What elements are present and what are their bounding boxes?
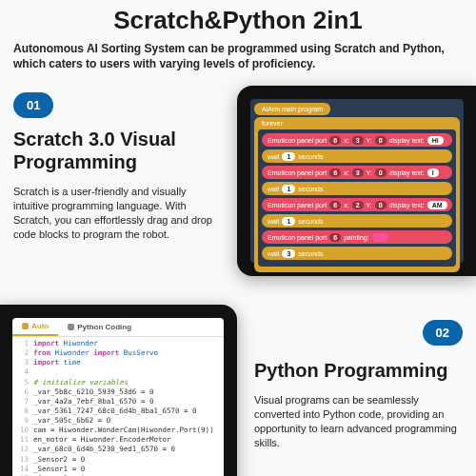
code-line: 8_var_5361_7247_68c0_6d4b_8ba1_6570 = 0 — [16, 407, 220, 416]
tab-python-coding[interactable]: Python Coding — [58, 318, 141, 336]
scratch-block: wait1seconds — [262, 149, 452, 163]
scratch-block: wait1seconds — [262, 214, 452, 228]
scratch-block: Emoticon panel port6painting: — [262, 230, 452, 244]
scratch-block: Emoticon panel port6x:2Y:0display text:A… — [262, 198, 452, 211]
body-python: Visual programs can be seamlessly conver… — [254, 393, 463, 449]
tab-auto[interactable]: Auto — [12, 318, 58, 336]
badge-02: 02 — [423, 320, 463, 346]
code-line: 3import time — [16, 358, 220, 367]
code-line: 13_Sensor2 = 0 — [16, 455, 220, 465]
tablet-scratch: AiArm main program forever Emoticon pane… — [237, 86, 476, 276]
scratch-forever-block: forever Emoticon panel port6x:3Y:0displa… — [254, 117, 460, 272]
code-line: 1import Hiwonder — [16, 339, 220, 348]
code-line: 12_var_68c0_6d4b_5230_9ed1_6570 = 0 — [16, 445, 220, 454]
forever-label: forever — [258, 120, 456, 129]
code-line: 7_var_4a2a_7ebf_8ba1_6570 = 0 — [16, 397, 220, 407]
tab-python-label: Python Coding — [77, 323, 131, 331]
scratch-canvas: AiArm main program forever Emoticon pane… — [250, 99, 464, 263]
tablet-python: Auto Python Coding 1import Hiwonder2from… — [0, 305, 237, 476]
body-scratch: Scratch is a user-friendly and visually … — [13, 185, 223, 241]
code-line: 10cam = Hiwonder.WonderCam(Hiwonder.Port… — [16, 426, 220, 435]
page-subtitle: Autonomous AI Sorting System can be prog… — [0, 41, 476, 83]
python-icon — [68, 324, 74, 330]
page-title: Scratch&Python 2in1 — [0, 0, 476, 41]
scratch-block: Emoticon panel port6x:3Y:0display text:I — [262, 166, 452, 179]
tab-auto-label: Auto — [31, 322, 49, 330]
code-line: 2from Hiwonder import BusServo — [16, 348, 220, 358]
code-line: 14_Sensor1 = 0 — [16, 465, 220, 474]
code-line: 9_var_505c_6b62 = 0 — [16, 416, 220, 426]
code-tabs: Auto Python Coding — [12, 318, 224, 337]
heading-python: Python Programming — [254, 359, 463, 382]
scratch-block: wait3seconds — [262, 247, 452, 260]
code-line: 5# initialize variables — [16, 378, 220, 387]
code-line: 6_var_5b8c_6210_5939_53d6 = 0 — [16, 387, 220, 397]
code-line: 11en_motor = Hiwonder.EncoderMotor — [16, 435, 220, 445]
scratch-block: wait1seconds — [262, 182, 452, 195]
scratch-block: Emoticon panel port6x:3Y:0display text:H… — [262, 133, 452, 147]
badge-01: 01 — [13, 92, 53, 118]
heading-scratch: Scratch 3.0 Visual Programming — [13, 128, 223, 173]
auto-icon — [22, 323, 29, 329]
code-editor: Auto Python Coding 1import Hiwonder2from… — [12, 318, 224, 476]
scratch-hat-block: AiArm main program — [254, 103, 330, 115]
code-line: 4 — [16, 367, 220, 377]
